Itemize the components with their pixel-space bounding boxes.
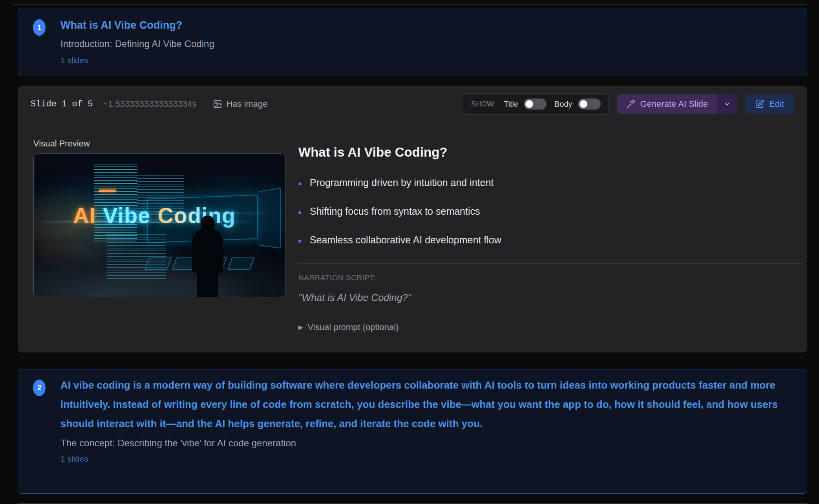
slide-preview-image: AIVibeCoding: [33, 153, 285, 297]
slides-count-link[interactable]: 1 slides: [60, 55, 88, 66]
slide-duration: ~1.5333333333333334s: [103, 99, 196, 109]
slides-count-link[interactable]: 1 slides: [60, 454, 88, 464]
neon-vibe-text: Vibe: [103, 203, 150, 228]
hooded-figure-silhouette: [192, 215, 223, 297]
section-subtitle: The concept: Describing the 'vibe' for A…: [60, 437, 781, 449]
section-item-2[interactable]: 2 AI vibe coding is a modern way of buil…: [18, 369, 807, 494]
bullet-dot: [298, 240, 301, 243]
show-toggles-group: SHOW: Title Body: [463, 93, 609, 115]
silhouette-legs: [197, 273, 218, 297]
toolbar-right-cluster: SHOW: Title Body Generate AI Slide: [463, 93, 794, 115]
slide-editor-panel: Slide 1 of 5 ~1.5333333333333334s Has im…: [18, 86, 807, 352]
visual-prompt-expander[interactable]: ▶ Visual prompt (optional): [298, 322, 399, 332]
slide-title: What is AI Vibe Coding?: [298, 145, 448, 160]
narration-script-text: "What is AI Vibe Coding?": [298, 292, 411, 303]
bullet-dot: [298, 183, 301, 185]
mist-decoration: [34, 228, 285, 297]
section-title: AI vibe coding is a modern way of buildi…: [60, 376, 781, 433]
image-icon: [213, 99, 222, 109]
bullet-item: Programming driven by intuition and inte…: [298, 175, 501, 190]
edit-button-label: Edit: [769, 99, 784, 109]
slide-counter: Slide 1 of 5: [31, 99, 93, 109]
bullet-text: Programming driven by intuition and inte…: [310, 175, 494, 190]
magic-wand-icon: [626, 99, 636, 109]
section-number-badge: 1: [33, 19, 46, 36]
show-label: SHOW:: [471, 100, 496, 108]
bullet-text: Seamless collaborative AI development fl…: [310, 233, 501, 247]
has-image-badge: Has image: [213, 99, 267, 109]
toggle-knob: [525, 100, 533, 108]
narration-script-label: NARRATION SCRIPT:: [298, 274, 376, 282]
bullet-item: Shifting focus from syntax to semantics: [298, 204, 501, 218]
visual-prompt-label: Visual prompt (optional): [308, 322, 399, 332]
silhouette-body: [192, 228, 223, 273]
section-subtitle: Introduction: Defining AI Vibe Coding: [60, 38, 214, 50]
content-divider: [298, 263, 803, 264]
edit-pencil-icon: [755, 99, 764, 109]
title-toggle-label: Title: [504, 100, 518, 109]
neon-ai-text: AI: [73, 203, 96, 228]
visual-preview-label: Visual Preview: [33, 139, 90, 149]
slide-bullet-list: Programming driven by intuition and inte…: [298, 175, 501, 261]
code-highlight-decoration: [99, 190, 116, 192]
generate-dropdown-toggle[interactable]: [717, 94, 737, 114]
neon-title-text: AIVibeCoding: [34, 203, 275, 228]
bullet-item: Seamless collaborative AI development fl…: [298, 233, 501, 247]
bullet-dot: [298, 211, 301, 214]
section-title: What is AI Vibe Coding?: [60, 18, 214, 32]
generate-ai-slide-button[interactable]: Generate AI Slide: [617, 94, 737, 114]
chevron-down-icon: [723, 100, 731, 108]
section-number-badge: 2: [33, 380, 46, 396]
section-2-content: AI vibe coding is a modern way of buildi…: [60, 379, 781, 483]
slide-toolbar: Slide 1 of 5 ~1.5333333333333334s Has im…: [18, 86, 807, 122]
body-toggle-label: Body: [554, 100, 572, 109]
generate-ai-slide-main[interactable]: Generate AI Slide: [617, 94, 717, 114]
edit-button[interactable]: Edit: [745, 94, 794, 114]
body-visibility-toggle[interactable]: [578, 99, 601, 110]
section-1-content: What is AI Vibe Coding? Introduction: De…: [60, 18, 214, 65]
bullet-text: Shifting focus from syntax to semantics: [310, 204, 480, 218]
section-item-1[interactable]: 1 What is AI Vibe Coding? Introduction: …: [18, 8, 807, 75]
collapsed-triangle-icon: ▶: [298, 324, 303, 331]
has-image-label: Has image: [226, 99, 267, 109]
title-visibility-toggle[interactable]: [524, 99, 547, 110]
previous-card-bottom-edge: [12, 4, 807, 5]
toggle-knob: [580, 100, 587, 108]
generate-button-label: Generate AI Slide: [640, 99, 708, 109]
